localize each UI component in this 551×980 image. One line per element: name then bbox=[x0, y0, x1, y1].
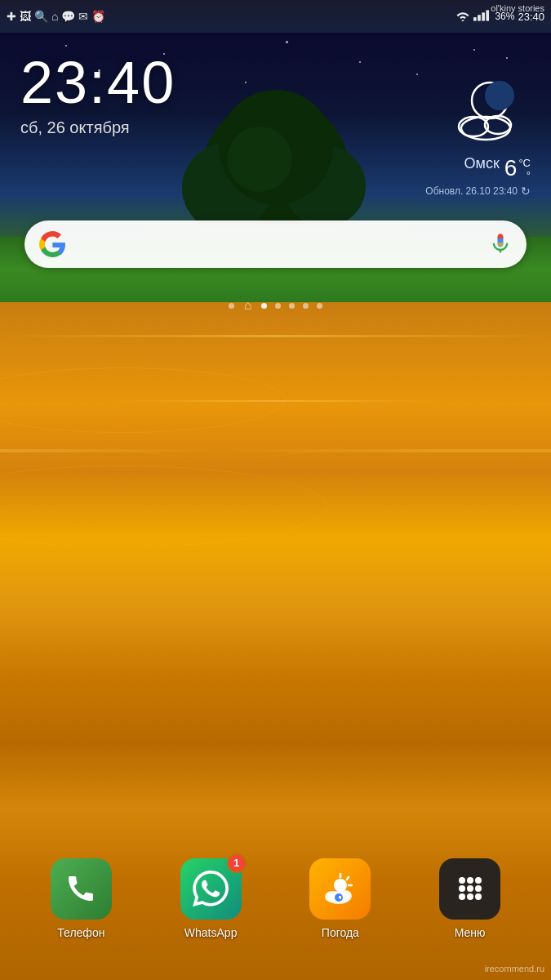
page-dot-4[interactable] bbox=[289, 303, 295, 309]
page-dot-1[interactable] bbox=[229, 303, 234, 309]
weather-temp-min-unit: ° bbox=[518, 169, 531, 181]
weather-temp: 6 bbox=[504, 155, 518, 181]
clock-date: сб, 26 октября bbox=[20, 118, 130, 137]
svg-point-28 bbox=[459, 885, 465, 892]
star bbox=[416, 74, 418, 75]
weather-temp-unit: °С bbox=[518, 157, 531, 169]
ripple bbox=[0, 466, 327, 547]
mic-icon[interactable] bbox=[489, 233, 512, 256]
star bbox=[65, 45, 67, 47]
photo-icon: 🖼 bbox=[20, 10, 31, 23]
light-streak bbox=[0, 449, 551, 452]
svg-point-33 bbox=[475, 893, 482, 900]
status-bar: ✚ 🖼 🔍 ⌂ 💬 ✉ ⏰ 36% 23:40 ol'kiny stories bbox=[0, 0, 551, 33]
page-dot-5[interactable] bbox=[303, 303, 309, 309]
whatsapp-app-label: WhatsApp bbox=[184, 926, 238, 939]
status-icons-left: ✚ 🖼 🔍 ⌂ 💬 ✉ ⏰ bbox=[7, 10, 105, 23]
clock-icon: ⏰ bbox=[91, 10, 105, 23]
search-icon: 🔍 bbox=[34, 10, 48, 23]
svg-rect-1 bbox=[473, 17, 477, 20]
weather-app-label: Погода bbox=[322, 926, 359, 939]
svg-point-27 bbox=[475, 877, 482, 884]
weather-updated: Обновл. 26.10 23:40 bbox=[425, 185, 518, 197]
weather-city: Омск bbox=[464, 155, 500, 172]
refresh-icon[interactable]: ↻ bbox=[521, 185, 531, 198]
whatsapp-app[interactable]: 1 WhatsApp bbox=[158, 858, 264, 939]
sms-icon: ✉ bbox=[78, 10, 88, 23]
light-streak bbox=[0, 335, 551, 337]
weather-app-icon[interactable] bbox=[309, 858, 371, 920]
phone-app-icon[interactable] bbox=[51, 858, 112, 920]
site-watermark: ol'kiny stories bbox=[491, 3, 544, 13]
svg-point-25 bbox=[459, 877, 465, 884]
light-streak bbox=[0, 400, 551, 402]
svg-rect-4 bbox=[487, 10, 490, 20]
svg-point-15 bbox=[227, 127, 292, 192]
whatsapp-badge: 1 bbox=[227, 853, 247, 873]
dock: Телефон 1 WhatsApp bbox=[0, 833, 551, 980]
page-dot-3[interactable] bbox=[275, 303, 281, 309]
phone-app-label: Телефон bbox=[57, 926, 104, 939]
menu-app[interactable]: Меню bbox=[417, 858, 523, 939]
weather-widget: Омск 6 °С ° Обновл. 26.10 23:40 ↻ bbox=[425, 82, 535, 198]
star bbox=[473, 49, 475, 51]
menu-app-icon[interactable] bbox=[439, 858, 500, 920]
home-page-dot[interactable]: ⌂ bbox=[244, 298, 252, 313]
chat-icon: 💬 bbox=[61, 10, 75, 23]
google-search-bar[interactable] bbox=[24, 220, 527, 268]
page-indicators: ⌂ bbox=[0, 298, 551, 313]
menu-app-label: Меню bbox=[455, 926, 486, 939]
whatsapp-app-icon[interactable]: 1 bbox=[180, 858, 242, 920]
svg-rect-3 bbox=[482, 12, 486, 20]
wifi-icon bbox=[455, 10, 470, 24]
svg-point-29 bbox=[467, 885, 473, 892]
star bbox=[286, 41, 288, 43]
svg-point-0 bbox=[462, 20, 464, 21]
add-icon: ✚ bbox=[7, 10, 16, 23]
home-icon: ⌂ bbox=[51, 10, 58, 23]
page-dot-6[interactable] bbox=[317, 303, 322, 309]
svg-rect-2 bbox=[478, 15, 482, 20]
phone-app[interactable]: Телефон bbox=[28, 858, 134, 939]
svg-point-17 bbox=[334, 879, 347, 892]
star bbox=[245, 82, 247, 83]
weather-app[interactable]: Погода bbox=[287, 858, 393, 939]
svg-point-31 bbox=[459, 893, 465, 900]
svg-point-32 bbox=[467, 893, 473, 900]
svg-point-26 bbox=[467, 877, 473, 884]
star bbox=[359, 61, 361, 63]
star bbox=[506, 57, 508, 59]
google-logo bbox=[39, 231, 65, 257]
svg-point-30 bbox=[475, 885, 482, 892]
svg-line-19 bbox=[347, 877, 349, 880]
page-dot-2[interactable] bbox=[261, 303, 267, 309]
watermark: irecommend.ru bbox=[485, 964, 544, 973]
signal-bar-icon bbox=[473, 10, 491, 24]
